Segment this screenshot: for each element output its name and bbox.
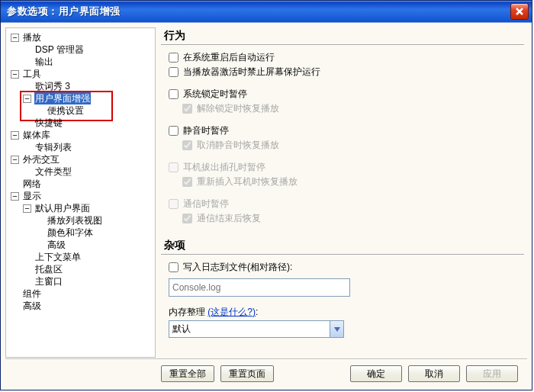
tree-node-plview[interactable]: 播放列表视图	[47, 214, 103, 227]
chevron-down-icon	[334, 327, 340, 332]
tree-node-advanced[interactable]: 高级	[22, 300, 42, 312]
tree-node-playback[interactable]: 播放	[22, 31, 42, 43]
tree-node-colors[interactable]: 颜色和字体	[47, 227, 94, 239]
opt-lockpause[interactable]: 系统锁定时暂停	[169, 88, 524, 101]
collapse-icon[interactable]: −	[11, 131, 19, 140]
checkbox	[182, 104, 192, 114]
reset-all-button[interactable]: 重置全部	[161, 365, 214, 382]
content-pane: 行为 在系统重启后自动运行 当播放器激活时禁止屏幕保护运行 系统锁定时暂停 解除…	[161, 27, 524, 358]
close-icon	[516, 8, 523, 15]
tree-node-dsp[interactable]: DSP 管理器	[34, 43, 85, 56]
checkbox	[182, 177, 192, 187]
tree-node-defui[interactable]: 默认用户界面	[34, 202, 91, 214]
collapse-icon[interactable]: −	[11, 156, 19, 164]
title-bar[interactable]: 参数选项：用户界面增强	[1, 1, 532, 22]
divider	[161, 44, 524, 45]
checkbox[interactable]	[169, 126, 179, 136]
tree-node-components[interactable]: 组件	[22, 288, 42, 300]
close-button[interactable]	[510, 3, 529, 20]
ok-button[interactable]: 确定	[350, 365, 402, 382]
mem-label: 内存整理 (这是什么?):	[169, 306, 524, 319]
checkbox	[169, 162, 179, 172]
collapse-icon[interactable]: −	[23, 95, 31, 103]
tree-node-tray[interactable]: 托盘区	[34, 263, 63, 275]
tree-node-adv[interactable]: 高级	[47, 239, 66, 251]
checkbox	[182, 140, 192, 150]
whats-this-link[interactable]: (这是什么?)	[207, 307, 256, 317]
tree-node-output[interactable]: 输出	[34, 56, 54, 68]
section-misc-title: 杂项	[164, 239, 524, 252]
opt-commpause-sub: 通信结束后恢复	[182, 212, 524, 225]
nav-tree[interactable]: −播放 DSP 管理器 输出 −工具 歌词秀 3 −用户界面增强	[5, 27, 156, 358]
collapse-icon[interactable]: −	[11, 34, 19, 42]
collapse-icon[interactable]: −	[11, 70, 19, 79]
checkbox	[169, 199, 179, 209]
opt-mutepause-sub: 取消静音时恢复播放	[182, 139, 524, 152]
tree-node-ctxmenu[interactable]: 上下文菜单	[34, 251, 82, 263]
collapse-icon[interactable]: −	[11, 192, 19, 201]
tree-node-display[interactable]: 显示	[22, 190, 42, 202]
tree-node-mainwin[interactable]: 主窗口	[34, 275, 63, 288]
bottom-divider	[5, 358, 527, 359]
section-behavior-title: 行为	[164, 29, 524, 43]
checkbox[interactable]	[169, 262, 179, 272]
combo-button[interactable]	[330, 321, 343, 337]
tree-node-library[interactable]: 媒体库	[22, 129, 51, 141]
combo-value: 默认	[169, 323, 330, 336]
window-title: 参数选项：用户界面增强	[7, 5, 510, 18]
reset-page-button[interactable]: 重置页面	[220, 365, 274, 382]
checkbox[interactable]	[169, 67, 179, 77]
tree-node-albums[interactable]: 专辑列表	[34, 141, 72, 153]
opt-lockpause-sub: 解除锁定时恢复播放	[182, 102, 524, 115]
opt-hpunplug: 耳机拔出插孔时暂停	[169, 161, 524, 174]
cancel-button[interactable]: 取消	[408, 365, 460, 382]
opt-autorun[interactable]: 在系统重启后自动运行	[169, 51, 524, 64]
checkbox[interactable]	[169, 53, 179, 63]
opt-screensaver[interactable]: 当播放器激活时禁止屏幕保护运行	[169, 66, 524, 79]
mem-combo[interactable]: 默认	[169, 320, 344, 338]
apply-button: 应用	[466, 365, 518, 382]
client-area: −播放 DSP 管理器 输出 −工具 歌词秀 3 −用户界面增强	[1, 22, 532, 390]
tree-node-shell[interactable]: 外壳交互	[22, 153, 60, 165]
opt-hpunplug-sub: 重新插入耳机时恢复播放	[182, 175, 524, 188]
tree-node-ftype[interactable]: 文件类型	[34, 165, 72, 178]
button-bar: 重置全部 重置页面 确定 取消 应用	[161, 364, 524, 384]
checkbox[interactable]	[169, 89, 179, 99]
opt-commpause: 通信时暂停	[169, 198, 524, 210]
tree-node-uie[interactable]: 用户界面增强	[34, 92, 91, 104]
tree-node-hotkeys[interactable]: 快捷键	[34, 117, 63, 129]
tree-node-network[interactable]: 网络	[22, 178, 42, 190]
tree-node-lyrics[interactable]: 歌词秀 3	[34, 80, 71, 92]
checkbox	[182, 214, 192, 223]
tree-node-tools[interactable]: 工具	[22, 68, 42, 80]
tree-node-portable[interactable]: 便携设置	[47, 104, 85, 117]
opt-mutepause[interactable]: 静音时暂停	[169, 124, 524, 137]
preferences-window: 参数选项：用户界面增强 −播放 DSP 管理器 输出 −工具 歌词秀 3	[0, 0, 532, 390]
opt-log[interactable]: 写入日志到文件(相对路径):	[169, 261, 524, 274]
divider	[161, 254, 524, 255]
collapse-icon[interactable]: −	[23, 204, 31, 213]
log-path-input	[169, 278, 350, 297]
